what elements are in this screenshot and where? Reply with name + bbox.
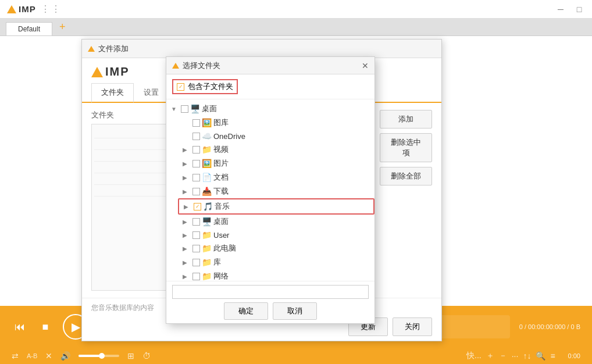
tree-item-library[interactable]: ▶ 📁 库 — [178, 255, 375, 269]
checkbox-desktop-sub[interactable] — [192, 218, 200, 226]
checkbox-user[interactable] — [192, 231, 200, 239]
search-quick-input[interactable]: 快... — [466, 351, 482, 361]
checkbox-music[interactable] — [194, 203, 201, 210]
delete-selected-button[interactable]: 删除选中项 — [380, 133, 432, 162]
expand-network-icon[interactable]: ▶ — [183, 273, 191, 280]
logo-text: IMP — [19, 4, 36, 14]
checkbox-onedrive[interactable] — [192, 133, 200, 140]
onedrive-label: OneDrive — [213, 132, 245, 141]
ab-button[interactable]: A-B — [27, 352, 37, 359]
tree-item-music[interactable]: ▶ 🎵 音乐 — [178, 198, 375, 215]
tree-item-documents[interactable]: ▶ 📄 文档 — [178, 170, 375, 184]
tree-item-gallery[interactable]: ▶ 🖼️ 图库 — [178, 116, 375, 130]
checkbox-gallery[interactable] — [192, 119, 200, 127]
app-logo: IMP — [7, 4, 36, 14]
add-folder-button[interactable]: 添加 — [380, 110, 432, 129]
add-playlist-button[interactable]: + — [55, 19, 70, 35]
video-icon: 📁 — [202, 145, 212, 154]
checkbox-thispc[interactable] — [192, 245, 200, 252]
desktop-sub-icon: 🖥️ — [202, 217, 212, 226]
delete-all-button[interactable]: 删除全部 — [380, 167, 432, 185]
tab-settings[interactable]: 设置 — [134, 83, 169, 102]
maximize-button[interactable]: □ — [573, 3, 585, 15]
tree-item-desktop-root[interactable]: ▼ 🖥️ 桌面 — [166, 102, 375, 116]
sort-button[interactable]: ↑↓ — [523, 351, 531, 361]
expand-pictures-icon[interactable]: ▶ — [183, 160, 191, 167]
downloads-icon: 📥 — [202, 187, 212, 196]
file-add-dialog-titlebar: 文件添加 — [82, 40, 441, 58]
logo-triangle-icon — [7, 5, 16, 13]
tree-item-onedrive[interactable]: ▶ ☁️ OneDrive — [178, 130, 375, 142]
path-input[interactable] — [172, 285, 369, 299]
eq-button[interactable]: ⊞ — [127, 351, 134, 361]
more-button[interactable]: ··· — [512, 351, 519, 361]
sf-logo-icon — [172, 63, 179, 69]
dialog-logo-triangle — [91, 67, 103, 77]
include-subfolder-label: 包含子文件夹 — [188, 81, 233, 92]
user-label: User — [213, 231, 229, 240]
volume-fill — [79, 355, 101, 357]
remove-track-button[interactable]: － — [499, 351, 507, 361]
close-dialog-button[interactable]: 关闭 — [393, 317, 432, 336]
sf-footer-buttons: 确定 取消 — [172, 302, 369, 320]
expand-library-icon[interactable]: ▶ — [183, 259, 191, 266]
expand-music-icon[interactable]: ▶ — [184, 204, 192, 210]
expand-documents-icon[interactable]: ▶ — [183, 174, 191, 181]
include-subfolder-option[interactable]: 包含子文件夹 — [172, 79, 238, 94]
user-icon: 📁 — [202, 230, 212, 240]
confirm-button[interactable]: 确定 — [224, 302, 268, 320]
checkbox-downloads[interactable] — [192, 188, 200, 195]
checkbox-desktop[interactable] — [181, 105, 188, 113]
video-label: 视频 — [213, 144, 229, 155]
library-icon: 📁 — [202, 258, 212, 267]
expand-video-icon[interactable]: ▶ — [183, 147, 191, 153]
tree-item-downloads[interactable]: ▶ 📥 下载 — [178, 184, 375, 198]
gallery-icon: 🖼️ — [202, 118, 212, 127]
checkbox-video[interactable] — [192, 146, 200, 154]
tree-item-thispc[interactable]: ▶ 📁 此电脑 — [178, 241, 375, 255]
sf-options: 包含子文件夹 — [166, 74, 375, 99]
network-label: 网络 — [213, 271, 229, 281]
time-mode-button[interactable]: ⏱ — [142, 351, 151, 361]
sf-footer: 确定 取消 — [166, 281, 375, 323]
stop-button[interactable]: ■ — [37, 319, 54, 335]
desktop-label: 桌面 — [202, 104, 217, 114]
tab-folder[interactable]: 文件夹 — [91, 83, 134, 103]
tree-item-desktop-sub[interactable]: ▶ 🖥️ 桌面 — [178, 215, 375, 229]
tree-item-user[interactable]: ▶ 📁 User — [178, 229, 375, 241]
include-subfolder-checkbox[interactable] — [177, 83, 184, 91]
search-button[interactable]: 🔍 — [536, 351, 545, 361]
prev-button[interactable]: ⏮ — [12, 319, 28, 335]
expand-thispc-icon[interactable]: ▶ — [183, 245, 191, 252]
volume-slider[interactable] — [79, 355, 119, 357]
file-add-dialog-title: 文件添加 — [98, 44, 436, 54]
checkbox-library[interactable] — [192, 259, 200, 266]
tree-item-video[interactable]: ▶ 📁 视频 — [178, 142, 375, 156]
checkbox-network[interactable] — [192, 273, 200, 280]
select-folder-titlebar: 选择文件夹 ✕ — [166, 57, 375, 74]
expand-downloads-icon[interactable]: ▶ — [183, 188, 191, 195]
onedrive-icon: ☁️ — [202, 131, 212, 141]
time-display: 0 / 00:00:00:000 / 0 B — [519, 323, 580, 330]
tree-item-pictures[interactable]: ▶ 🖼️ 图片 — [178, 156, 375, 170]
expand-user-icon[interactable]: ▶ — [183, 232, 191, 238]
cancel-button[interactable]: 取消 — [273, 302, 317, 320]
select-folder-close-button[interactable]: ✕ — [362, 61, 369, 70]
repeat-button[interactable]: ✕ — [45, 351, 52, 361]
tab-default[interactable]: Default — [6, 22, 52, 35]
expand-desktop-sub-icon[interactable]: ▶ — [183, 219, 191, 225]
add-track-button[interactable]: ＋ — [486, 351, 494, 361]
checkbox-documents[interactable] — [192, 174, 200, 181]
minimize-button[interactable]: ─ — [555, 3, 566, 15]
documents-icon: 📄 — [202, 173, 212, 182]
checkbox-pictures[interactable] — [192, 160, 200, 167]
shuffle-button[interactable]: ⇄ — [12, 351, 19, 361]
playlist-tab-bar: Default + — [0, 19, 592, 36]
desktop-icon: 🖥️ — [190, 104, 200, 113]
tree-item-network[interactable]: ▶ 📁 网络 — [178, 269, 375, 281]
menu-button[interactable]: ≡ — [550, 351, 555, 361]
folder-tree[interactable]: ▼ 🖥️ 桌面 ▶ 🖼️ 图库 ▶ — [166, 99, 375, 281]
select-folder-dialog: 选择文件夹 ✕ 包含子文件夹 ▼ 🖥️ 桌面 — [166, 56, 375, 324]
downloads-label: 下载 — [213, 186, 229, 197]
expand-desktop-icon[interactable]: ▼ — [171, 106, 179, 112]
